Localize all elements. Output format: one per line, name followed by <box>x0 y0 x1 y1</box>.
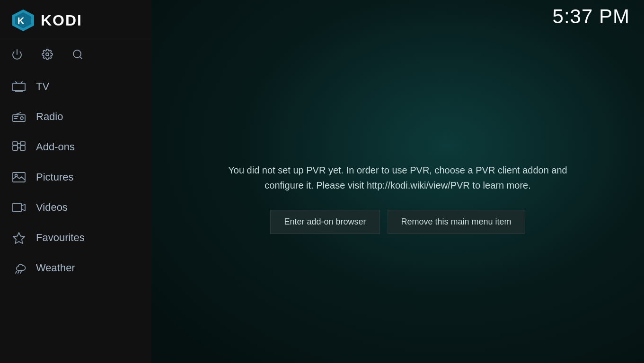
weather-icon <box>11 260 26 276</box>
radio-icon <box>11 109 26 124</box>
remove-menu-item-button[interactable]: Remove this main menu item <box>388 210 525 234</box>
sidebar-item-tv[interactable]: TV <box>0 71 151 102</box>
sidebar-item-tv-label: TV <box>36 80 49 93</box>
svg-line-30 <box>20 271 21 273</box>
svg-rect-21 <box>20 142 25 145</box>
sidebar-item-videos[interactable]: Videos <box>0 192 151 223</box>
svg-line-28 <box>16 271 17 273</box>
sidebar-item-videos-label: Videos <box>36 201 68 214</box>
svg-line-29 <box>18 271 19 273</box>
svg-line-6 <box>80 57 82 59</box>
favourites-icon <box>11 230 26 245</box>
main-content: You did not set up PVR yet. In order to … <box>151 33 644 363</box>
sidebar-item-weather-label: Weather <box>36 262 75 274</box>
svg-rect-20 <box>13 142 18 145</box>
svg-point-14 <box>20 117 23 120</box>
pictures-icon <box>11 170 26 185</box>
svg-rect-18 <box>13 146 18 150</box>
sidebar-item-favourites[interactable]: Favourites <box>0 223 151 253</box>
pvr-message-text: You did not set up PVR yet. In order to … <box>209 163 587 193</box>
nav-menu: TV Radio <box>0 68 151 363</box>
svg-marker-27 <box>13 233 25 243</box>
action-buttons: Enter add-on browser Remove this main me… <box>270 210 525 234</box>
sidebar-item-radio[interactable]: Radio <box>0 102 151 132</box>
videos-icon <box>11 200 26 215</box>
sidebar-item-weather[interactable]: Weather <box>0 253 151 283</box>
kodi-logo-icon: K <box>11 9 35 32</box>
enter-addon-browser-button[interactable]: Enter add-on browser <box>270 210 379 234</box>
search-icon[interactable] <box>72 49 83 60</box>
svg-rect-26 <box>13 203 21 212</box>
sidebar-item-pictures[interactable]: Pictures <box>0 162 151 192</box>
power-icon[interactable] <box>11 49 23 60</box>
sidebar-item-pictures-label: Pictures <box>36 171 73 183</box>
sidebar-item-favourites-label: Favourites <box>36 232 85 244</box>
sidebar-item-addons[interactable]: Add-ons <box>0 132 151 162</box>
sidebar-item-addons-label: Add-ons <box>36 141 75 153</box>
svg-rect-7 <box>13 83 25 91</box>
app-title: KODI <box>41 12 82 29</box>
top-icons-bar <box>0 41 151 68</box>
sidebar-item-radio-label: Radio <box>36 111 63 123</box>
clock-display: 5:37 PM <box>553 5 630 28</box>
logo-area: K KODI <box>0 0 151 41</box>
addons-icon <box>11 139 26 155</box>
header-bar: 5:37 PM <box>151 0 644 33</box>
svg-point-4 <box>46 53 49 56</box>
tv-icon <box>11 79 26 94</box>
settings-icon[interactable] <box>42 49 53 60</box>
svg-text:K: K <box>18 16 25 26</box>
sidebar: K KODI <box>0 0 151 363</box>
svg-rect-19 <box>20 146 25 150</box>
